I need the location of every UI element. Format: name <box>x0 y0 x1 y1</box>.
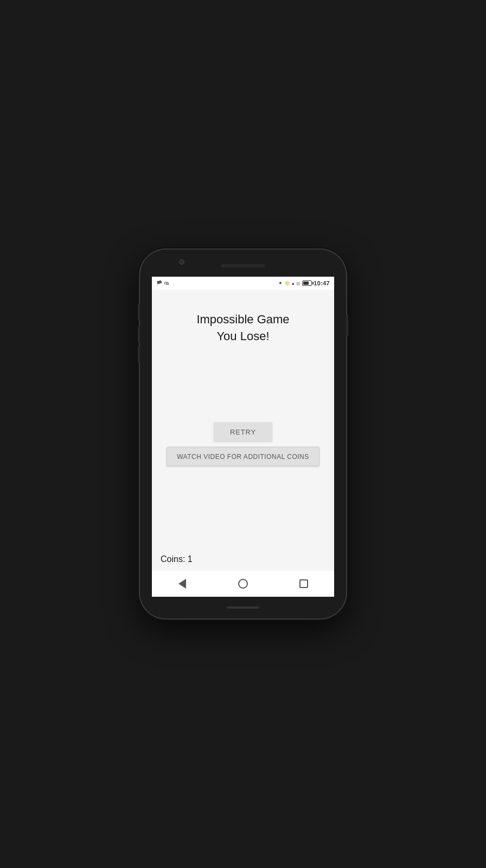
status-left-icons: 🏴 🛍 <box>156 280 169 286</box>
phone-camera <box>179 259 184 265</box>
phone-bottom-bar <box>140 597 346 618</box>
app-content: Impossible Game You Lose! RETRY WATCH VI… <box>152 290 334 571</box>
coins-label: Coins: 1 <box>161 554 193 564</box>
phone-device: 🏴 🛍 ✦ 🔅 ▴ ▩ 10:47 <box>140 250 346 618</box>
bottom-indicator <box>227 607 259 609</box>
vibrate-icon: 🔅 <box>284 280 290 286</box>
status-time: 10:47 <box>314 280 330 286</box>
wifi-icon: ▴ <box>292 280 295 286</box>
recents-button[interactable] <box>294 574 314 593</box>
game-title-line2: You Lose! <box>196 328 289 345</box>
title-area: Impossible Game You Lose! <box>196 311 289 345</box>
shopping-icon: 🛍 <box>164 280 169 286</box>
nav-bar <box>152 571 334 597</box>
home-icon <box>238 579 248 589</box>
phone-top-bar <box>140 250 346 277</box>
battery-icon <box>302 280 312 286</box>
phone-speaker <box>221 264 265 267</box>
status-bar: 🏴 🛍 ✦ 🔅 ▴ ▩ 10:47 <box>152 277 334 290</box>
back-button[interactable] <box>172 574 192 593</box>
buttons-area: RETRY WATCH VIDEO FOR ADDITIONAL COINS <box>152 422 334 466</box>
home-button[interactable] <box>233 574 253 593</box>
game-title-line1: Impossible Game <box>196 311 289 328</box>
signal-off-icon: ▩ <box>296 281 300 286</box>
back-icon <box>178 579 186 589</box>
status-right-icons: ✦ 🔅 ▴ ▩ 10:47 <box>278 280 330 286</box>
recents-icon <box>299 579 308 588</box>
watch-video-button[interactable]: WATCH VIDEO FOR ADDITIONAL COINS <box>167 446 319 466</box>
phone-screen: 🏴 🛍 ✦ 🔅 ▴ ▩ 10:47 <box>152 277 334 597</box>
retry-button[interactable]: RETRY <box>214 422 272 441</box>
bluetooth-icon: ✦ <box>278 280 283 286</box>
notification-icon: 🏴 <box>156 280 162 286</box>
